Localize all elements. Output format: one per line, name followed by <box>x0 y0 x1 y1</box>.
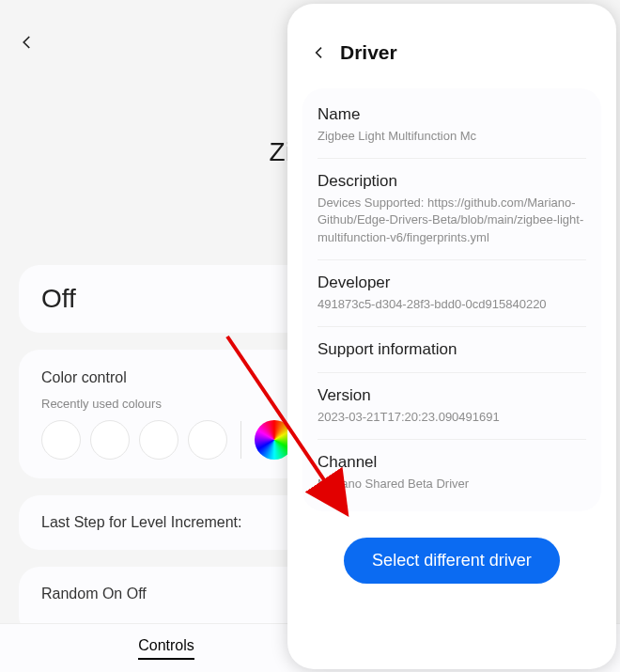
color-control-title: Color control <box>41 369 127 386</box>
random-onoff-label: Random On Off <box>41 586 147 602</box>
field-label: Description <box>318 172 586 191</box>
field-value: 491873c5-d304-28f3-bdd0-0cd915840220 <box>318 296 586 313</box>
driver-name-section: Name Zigbee Light Multifunction Mc <box>318 92 586 159</box>
panel-header: Driver <box>287 4 616 88</box>
field-value: Devices Supported: https://github.com/Ma… <box>318 195 586 246</box>
driver-channel-section: Channel Mariano Shared Beta Driver <box>318 440 586 506</box>
back-icon[interactable] <box>19 28 36 57</box>
driver-panel: Driver Name Zigbee Light Multifunction M… <box>287 4 616 669</box>
field-label: Version <box>318 386 586 405</box>
field-label: Support information <box>318 340 586 359</box>
field-value: Mariano Shared Beta Driver <box>318 476 586 492</box>
field-label: Developer <box>318 273 586 292</box>
colour-swatch[interactable] <box>139 420 178 460</box>
field-label: Channel <box>318 453 586 472</box>
colour-swatch[interactable] <box>188 420 227 460</box>
panel-back-icon[interactable] <box>312 41 327 64</box>
field-value: 2023-03-21T17:20:23.090491691 <box>318 409 586 426</box>
panel-body: Name Zigbee Light Multifunction Mc Descr… <box>287 88 616 584</box>
tab-controls[interactable]: Controls <box>138 637 194 660</box>
driver-support-section[interactable]: Support information <box>318 327 586 373</box>
driver-info-card: Name Zigbee Light Multifunction Mc Descr… <box>302 88 601 511</box>
level-step-label: Last Step for Level Increment: <box>41 514 241 530</box>
driver-description-section: Description Devices Supported: https://g… <box>318 159 586 260</box>
divider <box>240 421 241 459</box>
field-label: Name <box>318 105 586 124</box>
power-state: Off <box>41 284 76 314</box>
panel-title: Driver <box>340 41 397 64</box>
colour-swatch[interactable] <box>41 420 81 460</box>
field-value: Zigbee Light Multifunction Mc <box>318 128 586 145</box>
select-different-driver-button[interactable]: Select different driver <box>344 538 560 584</box>
driver-developer-section: Developer 491873c5-d304-28f3-bdd0-0cd915… <box>318 260 586 327</box>
driver-version-section: Version 2023-03-21T17:20:23.090491691 <box>318 373 586 440</box>
colour-swatch[interactable] <box>90 420 130 460</box>
